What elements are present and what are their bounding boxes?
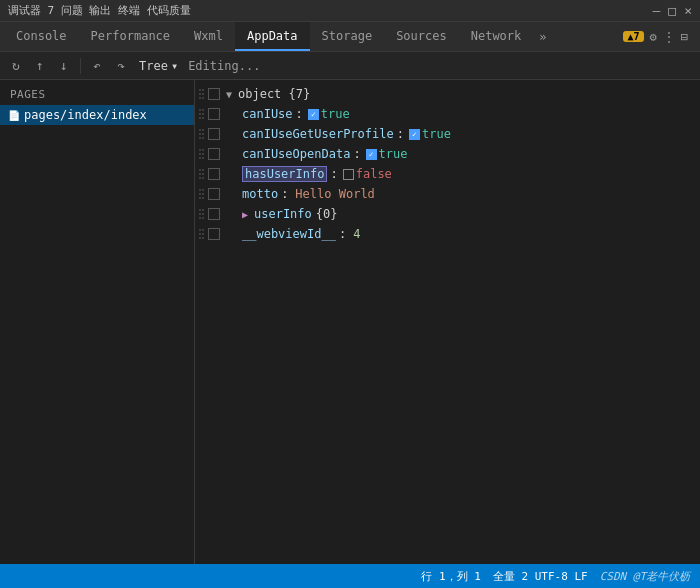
value-canIUseOpenData: true — [379, 147, 408, 161]
editing-status: Editing... — [188, 59, 260, 73]
data-line-canIUseOpenData[interactable]: canIUseOpenData : ✓ true — [195, 144, 700, 164]
data-line-webviewId[interactable]: __webviewId__ : 4 — [195, 224, 700, 244]
down-button[interactable]: ↓ — [54, 56, 74, 76]
key-userInfo: userInfo — [254, 207, 312, 221]
refresh-button[interactable]: ↻ — [6, 56, 26, 76]
value-checkbox-canIUse[interactable]: ✓ — [308, 109, 319, 120]
value-userInfo: {0} — [316, 207, 338, 221]
data-line-motto[interactable]: motto : Hello World — [195, 184, 700, 204]
drag-handle — [199, 189, 204, 199]
drag-handle — [199, 149, 204, 159]
toolbar: ↻ ↑ ↓ ↶ ↷ Tree ▾ Editing... — [0, 52, 700, 80]
close-icon[interactable]: × — [684, 3, 692, 18]
collapse-icon[interactable]: ⊟ — [681, 30, 688, 44]
dropdown-icon: ▾ — [171, 59, 178, 73]
drag-handle — [199, 169, 204, 179]
data-line-hasUserInfo[interactable]: hasUserInfo : false — [195, 164, 700, 184]
value-getUserProfile: true — [422, 127, 451, 141]
refresh-icon: ↻ — [12, 58, 20, 73]
drag-handle — [199, 229, 204, 239]
title-bar-controls: — □ × — [653, 3, 692, 18]
item-checkbox-userInfo[interactable] — [208, 208, 220, 220]
file-icon: 📄 — [8, 110, 20, 121]
value-checkbox-hasUserInfo[interactable] — [343, 169, 354, 180]
watermark: CSDN @T老牛伏枥 — [600, 569, 690, 584]
maximize-icon[interactable]: □ — [668, 3, 676, 18]
value-motto: Hello World — [295, 187, 374, 201]
key-motto: motto — [242, 187, 278, 201]
tab-performance[interactable]: Performance — [79, 22, 182, 51]
key-webviewId: __webviewId__ — [242, 227, 336, 241]
root-checkbox[interactable] — [208, 88, 220, 100]
status-position[interactable]: 行 1，列 1 — [421, 569, 481, 584]
tab-wxml[interactable]: Wxml — [182, 22, 235, 51]
userInfo-expand-arrow[interactable]: ▶ — [242, 209, 252, 220]
status-bar: 行 1，列 1 全量 2 UTF-8 LF CSDN @T老牛伏枥 — [0, 564, 700, 588]
root-value: object {7} — [238, 87, 310, 101]
redo-icon: ↷ — [117, 58, 125, 73]
data-line-canIUse[interactable]: canIUse : ✓ true — [195, 104, 700, 124]
tab-console[interactable]: Console — [4, 22, 79, 51]
minimize-icon[interactable]: — — [653, 3, 661, 18]
tab-spacer — [553, 22, 616, 51]
toolbar-separator — [80, 58, 81, 74]
key-canIUse: canIUse — [242, 107, 293, 121]
warning-badge[interactable]: ▲7 — [623, 31, 643, 42]
tab-network[interactable]: Network — [459, 22, 534, 51]
drag-handle — [199, 89, 204, 99]
item-checkbox-hasUserInfo[interactable] — [208, 168, 220, 180]
item-checkbox-getUserProfile[interactable] — [208, 128, 220, 140]
settings-icon[interactable]: ⚙ — [650, 30, 657, 44]
tree-view-selector[interactable]: Tree ▾ — [139, 59, 178, 73]
value-webviewId: 4 — [353, 227, 360, 241]
sidebar-header: Pages — [0, 86, 194, 105]
tab-icons: ▲7 ⚙ ⋮ ⊟ — [615, 22, 696, 51]
tab-appdata[interactable]: AppData — [235, 22, 310, 51]
drag-handle — [199, 129, 204, 139]
tab-more[interactable]: » — [533, 22, 552, 51]
up-button[interactable]: ↑ — [30, 56, 50, 76]
undo-button[interactable]: ↶ — [87, 56, 107, 76]
data-content: ▼ object {7} canIUse : ✓ true canIUseGet — [195, 80, 700, 564]
item-checkbox-canIUseOpenData[interactable] — [208, 148, 220, 160]
data-line-canIUseGetUserProfile[interactable]: canIUseGetUserProfile : ✓ true — [195, 124, 700, 144]
value-hasUserInfo: false — [356, 167, 392, 181]
item-checkbox-motto[interactable] — [208, 188, 220, 200]
drag-handle — [199, 209, 204, 219]
value-checkbox-getUserProfile[interactable]: ✓ — [409, 129, 420, 140]
sidebar-item-label: pages/index/index — [24, 108, 147, 122]
key-canIUseGetUserProfile: canIUseGetUserProfile — [242, 127, 394, 141]
tab-bar: Console Performance Wxml AppData Storage… — [0, 22, 700, 52]
tab-storage[interactable]: Storage — [310, 22, 385, 51]
key-hasUserInfo: hasUserInfo — [242, 166, 327, 182]
title-bar: 调试器 7 问题 输出 终端 代码质量 — □ × — [0, 0, 700, 22]
tree-label: Tree — [139, 59, 168, 73]
drag-handle — [199, 109, 204, 119]
item-checkbox-webviewId[interactable] — [208, 228, 220, 240]
title-bar-text: 调试器 7 问题 输出 终端 代码质量 — [8, 3, 653, 18]
key-canIUseOpenData: canIUseOpenData — [242, 147, 350, 161]
up-icon: ↑ — [36, 58, 44, 73]
data-root-line[interactable]: ▼ object {7} — [195, 84, 700, 104]
data-line-userInfo[interactable]: ▶ userInfo {0} — [195, 204, 700, 224]
down-icon: ↓ — [60, 58, 68, 73]
item-checkbox-canIUse[interactable] — [208, 108, 220, 120]
value-checkbox-openData[interactable]: ✓ — [366, 149, 377, 160]
sidebar-item-pages-index[interactable]: 📄 pages/index/index — [0, 105, 194, 125]
sidebar: Pages 📄 pages/index/index — [0, 80, 195, 564]
undo-icon: ↶ — [93, 58, 101, 73]
status-encoding[interactable]: 全量 2 UTF-8 LF — [493, 569, 588, 584]
main-area: Pages 📄 pages/index/index ▼ object {7} — [0, 80, 700, 564]
redo-button[interactable]: ↷ — [111, 56, 131, 76]
more-icon[interactable]: ⋮ — [663, 30, 675, 44]
tab-sources[interactable]: Sources — [384, 22, 459, 51]
value-canIUse: true — [321, 107, 350, 121]
root-expand-arrow[interactable]: ▼ — [226, 89, 236, 100]
